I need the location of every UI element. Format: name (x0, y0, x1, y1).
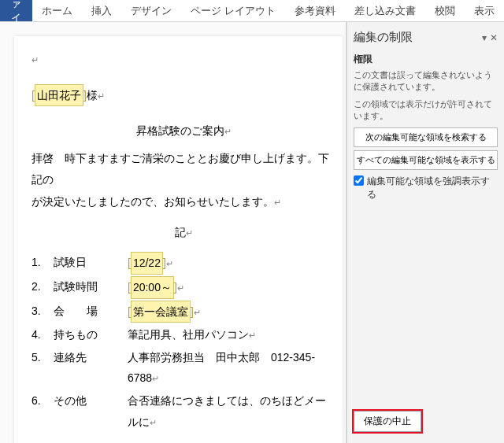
addressee-suffix: 様 (87, 89, 98, 102)
find-next-region-button[interactable]: 次の編集可能な領域を検索する (354, 127, 498, 147)
list-label: 試験時間 (54, 276, 128, 299)
highlight-regions-label: 編集可能な領域を強調表示する (367, 175, 498, 201)
permissions-text: この領域では表示だけが許可されています。 (354, 98, 498, 123)
show-all-regions-button[interactable]: すべての編集可能な領域を表示する (354, 150, 498, 170)
list-value: [20:00～]↵ (128, 276, 336, 299)
list-item: 5.連絡先人事部労務担当 田中太郎 012-345-6788↵ (32, 347, 336, 389)
list-value: 筆記用具、社用パソコン↵ (128, 324, 336, 345)
paragraph-mark-icon: ↵ (249, 330, 256, 340)
pane-title: 編集の制限 (354, 30, 413, 45)
tab-references[interactable]: 参考資料 (285, 1, 345, 21)
list-value: [第一会議室]↵ (128, 301, 336, 323)
document-pane: ↵ [山田花子]様↵ 昇格試験のご案内↵ 拝啓 時下ますますご清栄のこととお慶び… (0, 22, 346, 443)
addressee-highlight[interactable]: 山田花子 (35, 84, 83, 107)
highlight-regions-checkbox[interactable] (354, 175, 364, 186)
list-label: 連絡先 (54, 347, 128, 389)
tab-layout[interactable]: ページ レイアウト (181, 1, 285, 21)
list-label: 試験日 (54, 252, 128, 275)
paragraph-mark-icon: ↵ (194, 308, 201, 317)
list-item: 6.その他合否連絡につきましては、のちほどメールに↵ (32, 390, 336, 432)
ki-heading: 記↵ (32, 222, 336, 243)
list-number: 2. (32, 276, 54, 299)
paragraph-mark-icon: ↵ (98, 91, 105, 101)
list-number: 1. (32, 252, 54, 275)
doc-title: 昇格試験のご案内↵ (32, 120, 336, 142)
permissions-text: この文書は誤って編集されないように保護されています。 (354, 69, 498, 94)
permissions-heading: 権限 (354, 53, 498, 66)
tab-insert[interactable]: 挿入 (82, 1, 121, 21)
list-number: 6. (32, 390, 54, 432)
pane-menu-icon[interactable]: ▾ (482, 32, 487, 43)
tab-review[interactable]: 校閲 (425, 1, 465, 21)
list-number: 5. (32, 347, 54, 389)
list-item: 3.会 場[第一会議室]↵ (32, 301, 336, 323)
tab-home[interactable]: ホーム (32, 1, 82, 21)
body-text: が決定いたしましたので、お知らせいたします。↵ (32, 191, 336, 212)
list-value: [12/22]↵ (128, 252, 336, 275)
paragraph-mark-icon: ↵ (150, 418, 157, 427)
file-tab[interactable]: ファイル (0, 0, 32, 21)
list-value: 人事部労務担当 田中太郎 012-345-6788↵ (128, 347, 336, 389)
list-number: 3. (32, 301, 54, 323)
tab-view[interactable]: 表示 (465, 1, 504, 21)
ribbon: ファイル ホーム 挿入 デザイン ページ レイアウト 参考資料 差し込み文書 校… (0, 0, 504, 22)
paragraph-mark-icon: ↵ (166, 259, 173, 268)
body-text: 拝啓 時下ますますご清栄のこととお慶び申し上げます。下記の (32, 148, 336, 190)
highlight-regions-checkbox-row[interactable]: 編集可能な領域を強調表示する (354, 175, 498, 201)
editable-region[interactable]: 12/22 (131, 252, 163, 275)
list-item: 2.試験時間[20:00～]↵ (32, 276, 336, 299)
items-list: 1.試験日[12/22]↵2.試験時間[20:00～]↵3.会 場[第一会議室]… (32, 252, 336, 432)
paragraph-mark-icon: ↵ (32, 52, 336, 68)
restrict-editing-pane: 編集の制限 ▾ ✕ 権限 この文書は誤って編集されないように保護されています。 … (346, 22, 504, 443)
paragraph-mark-icon: ↵ (177, 283, 184, 293)
tab-mailings[interactable]: 差し込み文書 (345, 1, 425, 21)
list-label: その他 (54, 390, 128, 432)
list-number: 4. (32, 324, 54, 345)
editable-region[interactable]: 20:00～ (131, 276, 174, 299)
paragraph-mark-icon: ↵ (152, 374, 159, 383)
document-page[interactable]: ↵ [山田花子]様↵ 昇格試験のご案内↵ 拝啓 時下ますますご清栄のこととお慶び… (14, 36, 343, 443)
stop-protection-button[interactable]: 保護の中止 (354, 411, 421, 432)
addressee-line: [山田花子]様↵ (32, 84, 336, 107)
main-area: ↵ [山田花子]様↵ 昇格試験のご案内↵ 拝啓 時下ますますご清栄のこととお慶び… (0, 22, 504, 443)
editable-region[interactable]: 第一会議室 (131, 301, 191, 323)
pane-header: 編集の制限 ▾ ✕ (354, 30, 498, 45)
list-value: 合否連絡につきましては、のちほどメールに↵ (128, 390, 336, 432)
list-label: 持ちもの (54, 324, 128, 345)
close-icon[interactable]: ✕ (490, 32, 498, 43)
tab-design[interactable]: デザイン (121, 1, 181, 21)
list-item: 4.持ちもの筆記用具、社用パソコン↵ (32, 324, 336, 345)
list-label: 会 場 (54, 301, 128, 323)
list-item: 1.試験日[12/22]↵ (32, 252, 336, 275)
